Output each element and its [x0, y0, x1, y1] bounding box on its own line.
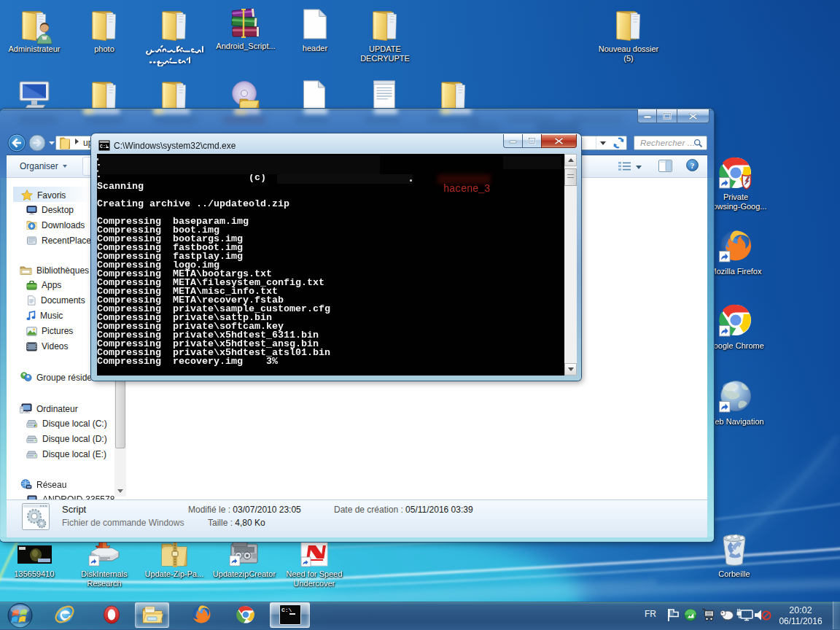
svg-text:?: ?: [691, 161, 695, 170]
svg-text:C:\: C:\: [100, 144, 109, 149]
